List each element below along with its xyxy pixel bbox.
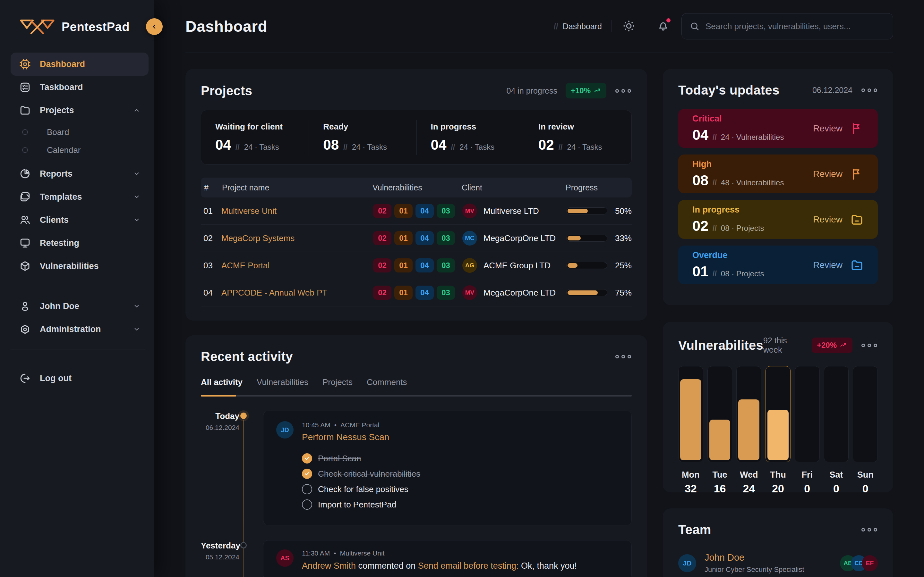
pie-chart-icon	[19, 168, 31, 179]
info-count-badge: 04	[415, 258, 434, 272]
task-link[interactable]: Send email before testing:	[418, 561, 519, 571]
chart-column-sun: Sun 0	[853, 366, 878, 495]
cube-icon	[19, 260, 31, 272]
sidebar-item-reports[interactable]: Reports	[11, 162, 149, 185]
project-status-tiles: Waiting for client 04 // 24 · Tasks Read…	[201, 110, 632, 165]
sidebar-item-label: Administration	[40, 324, 101, 334]
sidebar-item-calendar[interactable]: Calendar	[11, 141, 149, 159]
todays-updates-card: Today's updates 06.12.2024 Critical 04	[663, 69, 893, 305]
project-link[interactable]: APPCODE - Annual Web PT	[221, 288, 373, 298]
projects-subnav: Board Calendar	[11, 122, 149, 162]
table-row[interactable]: 01 Multiverse Unit 02 01 04 03 MV Multiv…	[201, 197, 632, 225]
topbar-divider	[646, 20, 646, 32]
chart-column-tue: Tue 16	[708, 366, 732, 495]
tab-comments[interactable]: Comments	[367, 377, 407, 395]
updates-title: Today's updates	[678, 83, 780, 97]
sidebar-item-dashboard[interactable]: Dashboard	[11, 53, 149, 76]
checkbox[interactable]	[302, 500, 312, 510]
low-count-badge: 03	[437, 258, 455, 272]
sidebar-item-projects[interactable]: Projects	[11, 99, 149, 122]
monitor-icon	[19, 237, 31, 249]
sidebar-item-administration[interactable]: Administration	[11, 318, 149, 341]
critical-count-badge: 02	[373, 285, 391, 300]
team-card: Team JD John Doe Junior Cyber Security S…	[663, 508, 893, 577]
projects-menu-button[interactable]	[615, 87, 632, 95]
sidebar-item-label: Reports	[40, 169, 73, 179]
progress-bar	[566, 289, 607, 296]
flag-icon	[850, 122, 864, 135]
tab-vulnerabilities[interactable]: Vulnerabilities	[257, 377, 309, 395]
logout-button[interactable]: Log out	[11, 367, 149, 390]
checkbox[interactable]	[302, 453, 312, 464]
folder-open-icon	[850, 213, 864, 226]
vulnerability-badges: 02 01 04 03	[373, 231, 462, 245]
info-count-badge: 04	[415, 285, 434, 300]
app-title: PentestPad	[61, 20, 129, 34]
critical-count-badge: 02	[373, 231, 391, 245]
viewer-avatar-stack: AB CD EF	[840, 555, 878, 571]
logo: PentestPad	[11, 17, 149, 37]
tab-all-activity[interactable]: All activity	[201, 377, 242, 395]
client-avatar: AG	[462, 258, 477, 273]
project-link[interactable]: ACME Portal	[221, 261, 373, 271]
checkbox[interactable]	[302, 469, 312, 479]
updates-menu-button[interactable]	[861, 87, 878, 94]
review-button[interactable]: Review	[813, 214, 843, 225]
entry-separator: •	[334, 550, 336, 557]
activity-menu-button[interactable]	[615, 353, 632, 360]
theme-toggle-button[interactable]	[622, 19, 636, 34]
checkbox[interactable]	[302, 484, 312, 494]
sidebar-item-vulnerabilities[interactable]: Vulnerabilities	[11, 255, 149, 277]
progress-bar	[566, 262, 607, 269]
chevron-down-icon	[132, 216, 141, 224]
member-name-link[interactable]: John Doe	[704, 552, 804, 563]
author-link[interactable]: Andrew Smith	[302, 561, 356, 571]
project-link[interactable]: Multiverse Unit	[221, 206, 373, 216]
avatar: AS	[276, 550, 294, 567]
vulnerability-badges: 02 01 04 03	[373, 204, 462, 218]
activity-entry-task: JD 10:45 AM • ACME Portal Perform Nessu	[263, 411, 632, 525]
breadcrumb-current[interactable]: Dashboard	[563, 22, 602, 31]
task-link[interactable]: Perform Nessus Scan	[302, 432, 420, 442]
sidebar-item-clients[interactable]: Clients	[11, 208, 149, 231]
sidebar-item-templates[interactable]: Templates	[11, 185, 149, 208]
notifications-button[interactable]	[656, 19, 670, 34]
search-input[interactable]	[706, 21, 885, 31]
table-row[interactable]: 04 APPCODE - Annual Web PT 02 01 04 03 M…	[201, 279, 632, 306]
sub-item-label: Calendar	[47, 145, 81, 155]
update-critical: Critical 04 // 24 · Vulnerabilities Revi…	[678, 109, 878, 148]
sidebar-item-board[interactable]: Board	[11, 123, 149, 141]
tab-projects[interactable]: Projects	[322, 377, 352, 395]
review-button[interactable]: Review	[813, 169, 843, 179]
timeline-dot-yesterday	[240, 542, 247, 548]
sidebar-item-profile[interactable]: John Doe	[11, 295, 149, 318]
flag-icon	[850, 167, 864, 181]
entry-time: 11:30 AM	[302, 550, 330, 557]
review-button[interactable]: Review	[813, 123, 843, 134]
task-checklist: Portal Scan Check critical vulnerabiliti…	[302, 453, 420, 510]
low-count-badge: 03	[437, 204, 455, 218]
folder-open-icon	[850, 258, 864, 272]
folder-icon	[19, 105, 31, 116]
review-button[interactable]: Review	[813, 260, 843, 270]
vulnerabilities-trend-badge: +20%	[812, 338, 853, 353]
timeline-dot-today	[240, 413, 247, 419]
info-count-badge: 04	[415, 204, 434, 218]
sidebar-item-taskboard[interactable]: Taskboard	[11, 76, 149, 99]
team-menu-button[interactable]	[861, 526, 878, 533]
trend-up-icon	[594, 87, 601, 95]
trend-up-icon	[840, 342, 847, 349]
progress-bar	[566, 235, 607, 242]
tile-in-progress: In progress 04 // 24 · Tasks	[417, 120, 524, 155]
chart-column-fri: Fri 0	[795, 366, 820, 495]
table-row[interactable]: 03 ACME Portal 02 01 04 03 AG ACME Group…	[201, 252, 632, 279]
avatar: EF	[862, 555, 878, 571]
entry-project: ACME Portal	[341, 421, 379, 429]
vulnerabilities-menu-button[interactable]	[861, 342, 878, 349]
logout-icon	[19, 372, 31, 384]
checklist-item: Portal Scan	[302, 453, 420, 464]
project-link[interactable]: MegaCorp Systems	[221, 234, 373, 243]
sidebar-collapse-button[interactable]	[146, 18, 163, 35]
sidebar-item-retesting[interactable]: Retesting	[11, 231, 149, 255]
table-row[interactable]: 02 MegaCorp Systems 02 01 04 03 MC MegaC…	[201, 225, 632, 252]
